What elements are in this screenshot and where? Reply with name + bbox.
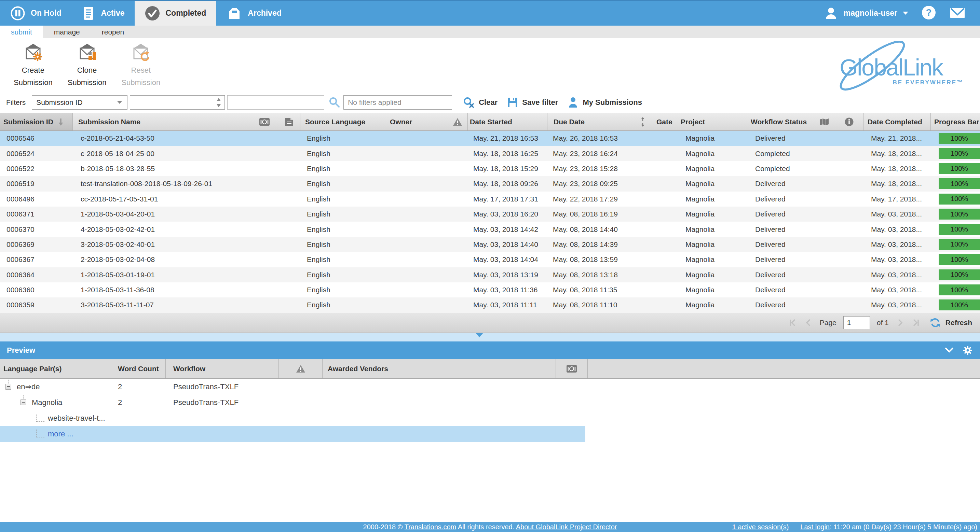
save-filter-button[interactable]: Save filter bbox=[507, 97, 558, 108]
table-row[interactable]: 00063704-2018-05-03-02-42-01EnglishMay. … bbox=[0, 222, 980, 237]
column-header-source-language[interactable]: Source Language bbox=[301, 113, 387, 130]
cell-src: English bbox=[301, 301, 387, 309]
table-row[interactable]: 00063593-2018-05-03-11-11-07EnglishMay. … bbox=[0, 297, 980, 313]
page-input[interactable] bbox=[843, 316, 870, 329]
table-row[interactable]: 0006524c-2018-05-18-04-25-00EnglishMay. … bbox=[0, 146, 980, 161]
reset-submission-button[interactable]: ResetSubmission bbox=[121, 42, 160, 89]
tree-expander-icon[interactable] bbox=[5, 384, 11, 390]
translations-link[interactable]: Translations.com bbox=[404, 523, 457, 530]
subtab-reopen[interactable]: reopen bbox=[91, 25, 135, 38]
tree-label: website-travel-t... bbox=[48, 414, 105, 423]
tree-row[interactable]: website-travel-t... bbox=[0, 410, 980, 426]
clone-submission-button[interactable]: CloneSubmission bbox=[68, 42, 107, 89]
column-header-submission-name[interactable]: Submission Name bbox=[73, 113, 251, 130]
table-row[interactable]: 0006522b-2018-05-18-03-28-55EnglishMay. … bbox=[0, 161, 980, 176]
preview-column-word-count[interactable]: Word Count bbox=[111, 359, 166, 378]
cell-due: May. 08, 2018 16:19 bbox=[547, 210, 633, 218]
cell-status: Delivered bbox=[747, 134, 813, 142]
column-header-date-started[interactable]: Date Started bbox=[468, 113, 547, 130]
preview-splitter[interactable] bbox=[0, 333, 980, 341]
filter-text-input[interactable] bbox=[227, 95, 324, 110]
map-icon bbox=[819, 118, 829, 126]
chevron-down-icon[interactable] bbox=[945, 348, 953, 353]
table-row[interactable]: 00063601-2018-05-03-11-36-08EnglishMay. … bbox=[0, 283, 980, 297]
filter-value-spinner[interactable] bbox=[130, 95, 225, 110]
applied-filters-field[interactable] bbox=[344, 95, 452, 110]
progress-bar: 100% bbox=[939, 194, 980, 205]
active-sessions-link[interactable]: 1 active session(s) bbox=[732, 523, 789, 530]
tab-label: Active bbox=[101, 8, 124, 18]
preview-column-workflow[interactable]: Workflow bbox=[166, 359, 279, 378]
column-header-progress-bar[interactable]: Progress Bar bbox=[931, 113, 980, 130]
tab-label: On Hold bbox=[31, 8, 61, 18]
cell-done: May. 03, 2018... bbox=[864, 226, 931, 233]
tree-more-link[interactable]: more ... bbox=[48, 430, 73, 438]
column-header-owner[interactable]: Owner bbox=[387, 113, 447, 130]
first-page-icon[interactable] bbox=[788, 318, 797, 327]
table-row[interactable]: 0006546c-2018-05-21-04-53-50EnglishMay. … bbox=[0, 131, 980, 146]
cell-start: May. 18, 2018 16:25 bbox=[468, 149, 547, 158]
help-button[interactable]: ? bbox=[921, 5, 936, 22]
gear-icon[interactable] bbox=[963, 346, 972, 355]
tree-row[interactable]: more ... bbox=[0, 426, 980, 442]
prev-page-icon[interactable] bbox=[804, 318, 813, 327]
column-header-project[interactable]: Project bbox=[676, 113, 747, 130]
preview-column-warnings[interactable] bbox=[279, 359, 323, 378]
subtab-submit[interactable]: submit bbox=[0, 25, 43, 38]
filter-field-select[interactable]: Submission ID bbox=[32, 95, 127, 110]
table-row[interactable]: 00063693-2018-05-03-02-40-01EnglishMay. … bbox=[0, 237, 980, 252]
globallink-logo: GlobalLink BE EVERYWHERE™ bbox=[819, 41, 970, 92]
column-header-workflow-map[interactable] bbox=[813, 113, 835, 130]
column-header-workflow-status[interactable]: Workflow Status bbox=[747, 113, 813, 130]
tree-expander-icon[interactable] bbox=[21, 400, 26, 405]
collapse-triangle-icon[interactable] bbox=[476, 333, 483, 337]
column-header-info[interactable] bbox=[835, 113, 864, 130]
progress-bar: 100% bbox=[939, 209, 980, 219]
user-menu[interactable]: magnolia-user bbox=[824, 6, 908, 21]
column-header-gate[interactable]: Gate bbox=[652, 113, 676, 130]
column-header-notes[interactable] bbox=[278, 113, 301, 130]
refresh-button[interactable]: Refresh bbox=[930, 317, 972, 328]
tree-row[interactable]: en⇒de2PseudoTrans-TXLF bbox=[0, 379, 980, 395]
last-page-icon[interactable] bbox=[911, 318, 920, 327]
column-header-warnings[interactable] bbox=[447, 113, 468, 130]
cell-done: May. 03, 2018... bbox=[864, 210, 931, 218]
tab-on-hold[interactable]: On Hold bbox=[0, 1, 72, 25]
cell-name: c-2018-05-18-04-25-00 bbox=[73, 149, 251, 158]
tab-active[interactable]: Active bbox=[72, 1, 135, 25]
column-label: Progress Bar bbox=[934, 118, 979, 126]
last-login-link[interactable]: Last login bbox=[800, 523, 830, 530]
mail-icon bbox=[949, 6, 966, 19]
messages-button[interactable] bbox=[949, 6, 966, 21]
preview-column-language-pairs[interactable]: Language Pair(s) bbox=[0, 359, 111, 378]
table-row[interactable]: 00063641-2018-05-03-01-19-01EnglishMay. … bbox=[0, 267, 980, 283]
subtab-label: submit bbox=[11, 28, 32, 36]
table-row[interactable]: 00063672-2018-05-03-02-04-08EnglishMay. … bbox=[0, 252, 980, 267]
document-icon bbox=[82, 6, 95, 21]
column-header-cost[interactable] bbox=[251, 113, 278, 130]
cell-done: May. 03, 2018... bbox=[864, 271, 931, 279]
note-icon bbox=[285, 117, 294, 127]
progress-bar: 100% bbox=[939, 299, 980, 310]
table-row[interactable]: 0006519test-translation-008-2018-05-18-0… bbox=[0, 176, 980, 191]
tree-row[interactable]: Magnolia2PseudoTrans-TXLF bbox=[0, 395, 980, 410]
subtab-manage[interactable]: manage bbox=[43, 25, 91, 38]
spinner-arrows-icon[interactable] bbox=[216, 97, 222, 109]
next-page-icon[interactable] bbox=[896, 318, 905, 327]
my-submissions-button[interactable]: My Submissions bbox=[568, 97, 642, 108]
column-header-priority[interactable] bbox=[633, 113, 652, 130]
table-row[interactable]: 0006496cc-2018-05-17-05-31-01EnglishMay.… bbox=[0, 192, 980, 206]
tab-archived[interactable]: Archived bbox=[216, 1, 291, 25]
preview-column-awarded-vendors[interactable]: Awarded Vendors bbox=[323, 359, 556, 378]
progress-bar: 100% bbox=[939, 284, 980, 295]
search-icon[interactable] bbox=[328, 96, 340, 109]
column-header-due-date[interactable]: Due Date bbox=[547, 113, 633, 130]
column-header-date-completed[interactable]: Date Completed bbox=[864, 113, 931, 130]
table-row[interactable]: 00063711-2018-05-03-04-20-01EnglishMay. … bbox=[0, 206, 980, 222]
tab-completed[interactable]: Completed bbox=[135, 1, 216, 25]
create-submission-button[interactable]: CreateSubmission bbox=[14, 42, 52, 89]
preview-column-cost[interactable] bbox=[556, 359, 588, 378]
about-link[interactable]: About GlobalLink Project Director bbox=[516, 523, 617, 530]
clear-filter-button[interactable]: Clear bbox=[463, 97, 498, 108]
column-header-submission-id[interactable]: Submission ID bbox=[0, 113, 73, 130]
